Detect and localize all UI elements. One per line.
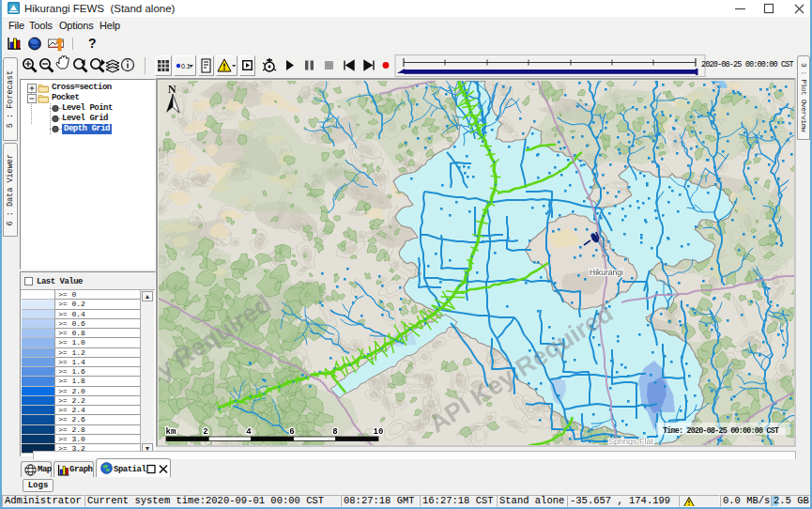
svg-text:10: 10 — [374, 427, 384, 437]
svg-text:Time: 2020-08-25 00:00:00 CST: Time: 2020-08-25 00:00:00 CST — [663, 426, 779, 436]
svg-text:Springs Flat: Springs Flat — [608, 437, 654, 446]
svg-text:km: km — [166, 427, 176, 437]
svg-text:SH 1: SH 1 — [599, 239, 610, 258]
svg-text:6: 6 — [289, 427, 294, 437]
svg-text:2: 2 — [203, 427, 207, 437]
svg-text:8: 8 — [332, 427, 337, 437]
svg-text:N: N — [168, 83, 176, 96]
svg-text:0.1: 0.1 — [181, 63, 191, 69]
svg-text:Hikurangi: Hikurangi — [590, 268, 623, 277]
svg-text:4: 4 — [246, 427, 252, 437]
